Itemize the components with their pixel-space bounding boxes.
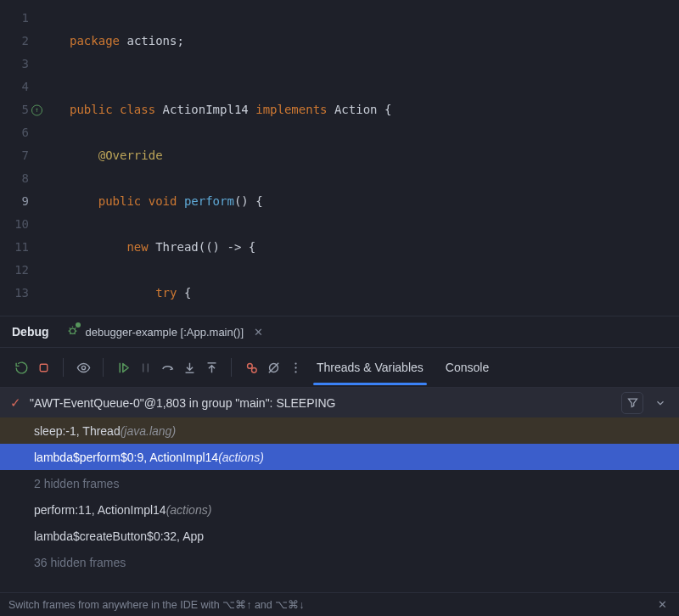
cls: ActionImpl14 xyxy=(163,103,249,116)
kw: package xyxy=(70,34,120,48)
stack-frame[interactable]: lambda$perform$0:9, ActionImpl14 (action… xyxy=(0,444,679,470)
show-execution-point-button[interactable] xyxy=(72,356,94,378)
inherited-method-icon[interactable] xyxy=(31,104,42,115)
debug-tab[interactable]: Debug xyxy=(12,325,49,339)
svg-point-3 xyxy=(247,363,252,368)
line-number: 3 xyxy=(0,53,44,76)
more-options-button[interactable] xyxy=(284,356,306,378)
code-editor[interactable]: 1 2 3 4 5 6 7 8 9 10 11 12 13 package ac… xyxy=(0,0,679,316)
frame-text: 2 hidden frames xyxy=(34,477,119,490)
line-number: 10 xyxy=(0,213,44,236)
line-number: 6 xyxy=(0,121,44,144)
annotation: @Override xyxy=(98,148,163,162)
line-number: 8 xyxy=(0,167,44,190)
run-config-tab[interactable]: debugger-example [:App.main()] ✕ xyxy=(61,321,272,343)
threads-tab[interactable]: Threads & Variables xyxy=(317,350,424,384)
filter-button[interactable] xyxy=(621,392,643,414)
pause-button[interactable] xyxy=(134,356,156,378)
thread-text: "AWT-EventQueue-0"@1,803 in group "main"… xyxy=(30,396,335,410)
kw: try xyxy=(155,286,177,300)
text: (() -> { xyxy=(199,240,255,254)
frame-pkg: (java.lang) xyxy=(121,424,176,438)
fn: perform xyxy=(184,194,234,208)
frame-pkg: (actions) xyxy=(218,451,264,464)
line-number-text: 5 xyxy=(22,103,29,116)
hidden-frames-row[interactable]: 36 hidden frames xyxy=(0,549,679,575)
tip-footer: Switch frames from anywhere in the IDE w… xyxy=(0,592,679,616)
kw: public xyxy=(70,103,113,116)
line-number: 13 xyxy=(0,282,44,305)
thread-selector[interactable]: ✓ "AWT-EventQueue-0"@1,803 in group "mai… xyxy=(0,387,679,417)
text: { xyxy=(384,103,391,116)
line-number: 9 xyxy=(0,190,44,213)
close-icon[interactable]: ✕ xyxy=(250,326,267,339)
close-tip-icon[interactable]: ✕ xyxy=(654,598,671,611)
frames-list: sleep:-1, Thread (java.lang) lambda$perf… xyxy=(0,417,679,575)
rerun-button[interactable] xyxy=(10,356,32,378)
stack-frame[interactable]: lambda$createButton$0:32, App xyxy=(0,523,679,549)
code-area[interactable]: package actions; public class ActionImpl… xyxy=(44,0,679,316)
text: actions; xyxy=(126,34,183,48)
kw: public xyxy=(98,194,142,208)
frame-text: sleep:-1, Thread xyxy=(34,424,121,438)
step-over-button[interactable] xyxy=(156,356,178,378)
debug-subtabs: Threads & Variables Console xyxy=(317,350,489,384)
step-out-button[interactable] xyxy=(200,356,222,378)
debug-tool-window-header: Debug debugger-example [:App.main()] ✕ xyxy=(0,316,679,348)
bug-icon xyxy=(66,324,79,339)
text: () xyxy=(234,194,249,208)
view-breakpoints-button[interactable] xyxy=(240,356,262,378)
resume-button[interactable] xyxy=(112,356,134,378)
text: { xyxy=(255,194,262,208)
stack-frame[interactable]: perform:11, ActionImpl14 (actions) xyxy=(0,496,679,523)
svg-point-7 xyxy=(295,367,296,368)
separator xyxy=(231,358,232,377)
line-number: 7 xyxy=(0,144,44,167)
line-number: 11 xyxy=(0,236,44,259)
svg-rect-1 xyxy=(40,364,48,372)
run-config-label: debugger-example [:App.main()] xyxy=(86,326,244,339)
svg-point-2 xyxy=(81,366,85,369)
line-number: 4 xyxy=(0,76,44,98)
kw: void xyxy=(149,194,177,208)
frame-text: 36 hidden frames xyxy=(34,556,126,569)
gutter: 1 2 3 4 5 6 7 8 9 10 11 12 13 xyxy=(0,0,44,316)
mute-breakpoints-button[interactable] xyxy=(262,356,284,378)
kw: new xyxy=(126,240,148,254)
console-tab[interactable]: Console xyxy=(446,350,489,384)
svg-point-4 xyxy=(251,367,256,372)
frame-pkg: (actions) xyxy=(166,503,212,517)
text: { xyxy=(184,286,191,300)
cls: Action xyxy=(334,103,378,116)
frame-text: lambda$perform$0:9, ActionImpl14 xyxy=(34,451,218,464)
separator xyxy=(103,358,104,377)
step-into-button[interactable] xyxy=(178,356,200,378)
line-number: 5 xyxy=(0,98,44,121)
separator xyxy=(63,358,64,377)
checkmark-icon: ✓ xyxy=(10,395,21,411)
stack-frame[interactable]: sleep:-1, Thread (java.lang) xyxy=(0,417,679,444)
kw: class xyxy=(120,103,155,116)
svg-point-8 xyxy=(295,371,296,372)
frame-text: lambda$createButton$0:32, App xyxy=(34,529,204,543)
svg-point-6 xyxy=(295,362,296,364)
tip-text: Switch frames from anywhere in the IDE w… xyxy=(8,598,304,611)
debug-toolbar: Threads & Variables Console xyxy=(0,348,679,387)
hidden-frames-row[interactable]: 2 hidden frames xyxy=(0,470,679,496)
expand-thread-button[interactable] xyxy=(652,392,669,414)
kw: implements xyxy=(255,103,327,116)
line-number: 2 xyxy=(0,30,44,53)
cls: Thread xyxy=(155,240,199,254)
frame-text: perform:11, ActionImpl14 xyxy=(34,503,166,517)
line-number: 12 xyxy=(0,259,44,282)
line-number: 1 xyxy=(0,7,44,30)
stop-button[interactable] xyxy=(32,356,54,378)
